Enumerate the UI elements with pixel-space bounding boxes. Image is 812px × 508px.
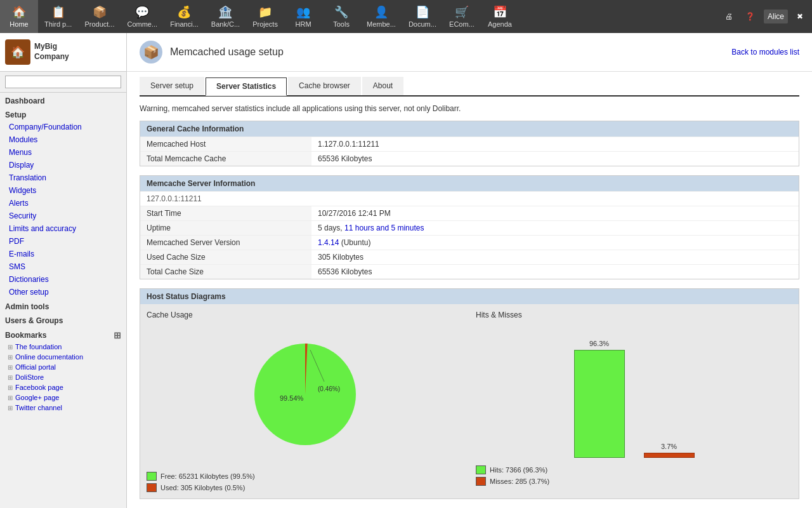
user-label[interactable]: Alice (764, 10, 788, 23)
tab-about[interactable]: About (362, 77, 403, 95)
sidebar-item-sms[interactable]: SMS (0, 260, 126, 273)
host-status-header: Host Status Diagrams (140, 289, 799, 304)
help-icon[interactable]: ❓ (742, 10, 759, 23)
sidebar-item-alerts[interactable]: Alerts (0, 197, 126, 210)
sidebar-item-translation[interactable]: Translation (0, 171, 126, 184)
tab-server-setup[interactable]: Server setup (140, 77, 204, 95)
total-memcache-value: 65536 Kilobytes (311, 152, 799, 166)
topbar: 🏠 Home 📋 Third p... 📦 Product... 💬 Comme… (0, 0, 812, 33)
sidebar-item-modules[interactable]: Modules (0, 133, 126, 146)
legend-free: Free: 65231 Kilobytes (99.5%) (147, 472, 255, 481)
sidebar-item-menus[interactable]: Menus (0, 146, 126, 159)
print-icon[interactable]: 🖨 (721, 10, 737, 23)
tools-icon: 🔧 (334, 5, 348, 19)
start-time-label: Start Time (140, 206, 311, 220)
sidebar-item-display[interactable]: Display (0, 159, 126, 171)
nav-projects[interactable]: 📁 Projects (246, 0, 284, 33)
nav-ecommerce[interactable]: 🛒 ECom... (443, 0, 481, 33)
legend-misses-label: Misses: 285 (3.7%) (490, 478, 549, 485)
company-logo-icon: 🏠 (5, 39, 30, 65)
bookmark-online-docs[interactable]: ⊞ Online documentation (0, 352, 126, 362)
host-status-body: Cache Usage 99.54% (0 (140, 304, 799, 498)
bookmark-dolistore[interactable]: ⊞ DoliStore (0, 372, 126, 382)
content-area: 📦 Memcached usage setup Back to modules … (127, 33, 812, 508)
tab-cache-browser[interactable]: Cache browser (288, 77, 361, 95)
add-bookmark-icon[interactable]: ⊞ (114, 330, 121, 340)
back-link[interactable]: Back to modules list (731, 48, 799, 57)
tab-server-statistics[interactable]: Server Statistics (206, 77, 287, 96)
hrm-icon: 👥 (296, 5, 310, 19)
page-title: Memcached usage setup (170, 46, 284, 58)
hits-pct-label: 96.3% (589, 340, 609, 347)
memcache-version-row: Memcached Server Version 1.4.14 (Ubuntu) (140, 235, 799, 250)
cache-usage-chart: Cache Usage 99.54% (0 (147, 311, 463, 492)
nav-finance[interactable]: 💰 Financi... (164, 0, 205, 33)
bar-hits: 96.3% (574, 340, 625, 458)
legend-hits: Hits: 7366 (96.3%) (476, 465, 549, 474)
projects-icon: 📁 (258, 5, 272, 19)
nav-members[interactable]: 👤 Membe... (360, 0, 402, 33)
bars-row: 96.3% 3.7% (561, 331, 707, 458)
version-label: Memcached Server Version (140, 236, 311, 250)
bookmark-foundation[interactable]: ⊞ The foundation (0, 342, 126, 352)
bookmark-icon-6: ⊞ (8, 394, 13, 401)
misses-pct-label: 3.7% (661, 443, 677, 450)
bookmark-icon-2: ⊞ (8, 354, 13, 361)
host-status-section: Host Status Diagrams Cache Usage (140, 288, 799, 499)
legend-hits-label: Hits: 7366 (96.3%) (490, 466, 547, 474)
nav-home-label: Home (10, 20, 28, 28)
nav-thirdparty[interactable]: 📋 Third p... (38, 0, 78, 33)
hits-misses-chart: Hits & Misses 96.3% 3.7% (476, 311, 792, 492)
sidebar-item-limits[interactable]: Limits and accuracy (0, 222, 126, 235)
bookmark-icon-1: ⊞ (8, 344, 13, 351)
bookmark-icon-5: ⊞ (8, 384, 13, 391)
sidebar-item-company[interactable]: Company/Foundation (0, 121, 126, 133)
sidebar-item-dictionaries[interactable]: Dictionaries (0, 273, 126, 286)
nav-hrm[interactable]: 👥 HRM (284, 0, 322, 33)
search-input[interactable] (5, 76, 121, 88)
hits-misses-legend: Hits: 7366 (96.3%) Misses: 285 (3.7%) (476, 465, 549, 486)
legend-free-color (147, 472, 157, 481)
main-content: Warning, memcahed server statistics incl… (127, 97, 812, 508)
thirdparty-icon: 📋 (51, 5, 65, 19)
legend-used-label: Used: 305 Kilobytes (0.5%) (160, 484, 245, 491)
cache-usage-legend: Free: 65231 Kilobytes (99.5%) Used: 305 … (147, 472, 255, 492)
total-cache-label: Total Cache Size (140, 265, 311, 279)
memcache-uptime-row: Uptime 5 days, 11 hours and 5 minutes (140, 220, 799, 235)
sidebar-item-security[interactable]: Security (0, 210, 126, 222)
sidebar: 🏠 MyBig Company Dashboard Setup Company/… (0, 33, 127, 508)
nav-agenda[interactable]: 📅 Agenda (481, 0, 519, 33)
nav-documents-label: Docum... (409, 20, 436, 28)
bookmark-google[interactable]: ⊞ Google+ page (0, 392, 126, 403)
general-cache-row-0: Memcached Host 1.127.0.0.1:11211 (140, 137, 799, 151)
memcached-host-value: 1.127.0.0.1:11211 (311, 137, 799, 151)
bookmark-official-portal[interactable]: ⊞ Official portal (0, 362, 126, 372)
bookmark-facebook[interactable]: ⊞ Facebook page (0, 382, 126, 392)
company-name: MyBig Company (34, 42, 69, 62)
nav-hrm-label: HRM (296, 20, 311, 28)
legend-used-color (147, 483, 157, 492)
nav-documents[interactable]: 📄 Docum... (402, 0, 443, 33)
sidebar-item-emails[interactable]: E-mails (0, 248, 126, 260)
close-icon[interactable]: ✖ (793, 10, 807, 23)
nav-bank[interactable]: 🏦 Bank/C... (205, 0, 246, 33)
nav-commerce[interactable]: 💬 Comme... (121, 0, 164, 33)
documents-icon: 📄 (416, 5, 429, 19)
nav-agenda-label: Agenda (488, 20, 512, 28)
finance-icon: 💰 (177, 5, 191, 19)
sidebar-item-other-setup[interactable]: Other setup (0, 286, 126, 298)
sidebar-item-pdf[interactable]: PDF (0, 235, 126, 248)
nav-ecommerce-label: ECom... (449, 20, 475, 28)
pie-chart-wrapper: 99.54% (0.46%) (242, 331, 369, 458)
bookmark-twitter[interactable]: ⊞ Twitter channel (0, 403, 126, 413)
legend-used: Used: 305 Kilobytes (0.5%) (147, 483, 255, 492)
legend-free-label: Free: 65231 Kilobytes (99.5%) (160, 472, 255, 480)
start-time-value: 10/27/2016 12:41 PM (311, 206, 799, 220)
nav-products[interactable]: 📦 Product... (78, 0, 121, 33)
nav-tools[interactable]: 🔧 Tools (322, 0, 360, 33)
tabs-bar: Server setup Server Statistics Cache bro… (140, 77, 799, 97)
uptime-value: 5 days, 11 hours and 5 minutes (311, 221, 799, 235)
total-cache-value: 65536 Kilobytes (311, 265, 799, 279)
sidebar-item-widgets[interactable]: Widgets (0, 184, 126, 197)
nav-home[interactable]: 🏠 Home (0, 0, 38, 33)
